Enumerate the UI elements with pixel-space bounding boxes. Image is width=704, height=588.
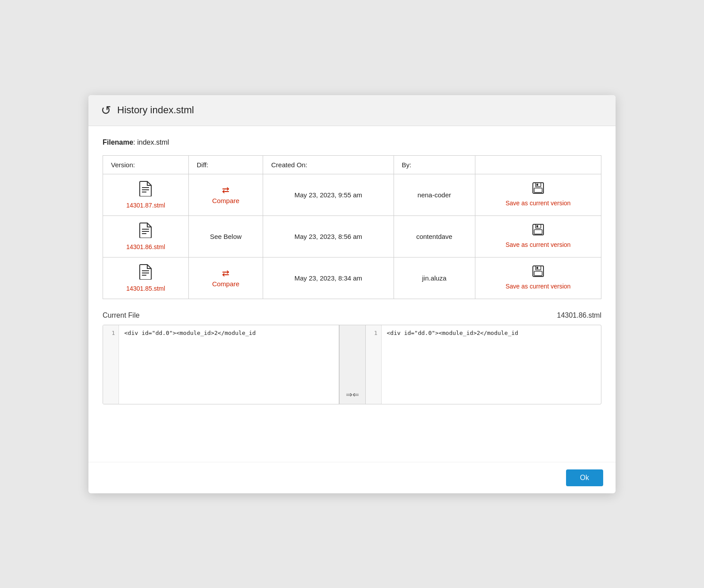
version-link-1[interactable]: 14301.87.stml xyxy=(126,202,165,209)
diff-pane-right: 1 <div id="dd.0"><module_id>2</module_id xyxy=(366,325,601,404)
table-row: 14301.86.stml See Below May 23, 2023, 8:… xyxy=(103,215,601,257)
col-by: By: xyxy=(394,155,475,174)
by-cell-1: nena-coder xyxy=(394,174,475,215)
file-icon-3 xyxy=(111,264,180,283)
svg-rect-20 xyxy=(536,267,538,269)
see-below-text: See Below xyxy=(210,233,242,240)
table-row: 14301.87.stml ⇄ Compare May 23, 2023, 9:… xyxy=(103,174,601,215)
save-cell-3: Save as current version xyxy=(475,257,601,299)
by-cell-2: contentdave xyxy=(394,215,475,257)
filename-value: index.stml xyxy=(137,138,169,146)
current-file-name: 14301.86.stml xyxy=(557,311,601,319)
diff-pane-left: 1 <div id="dd.0"><module_id>2</module_id xyxy=(103,325,339,404)
history-table: Version: Diff: Created On: By: xyxy=(103,155,601,299)
version-cell-3: 14301.85.stml xyxy=(103,257,189,299)
diff-cell-1: ⇄ Compare xyxy=(188,174,263,215)
svg-rect-6 xyxy=(536,184,538,186)
history-icon: ↺ xyxy=(101,103,111,118)
diff-merge-icon: ⇒⇐ xyxy=(346,390,359,400)
svg-rect-5 xyxy=(534,188,542,192)
by-cell-3: jin.aluza xyxy=(394,257,475,299)
dialog-header: ↺ History index.stml xyxy=(88,95,616,126)
version-link-2[interactable]: 14301.86.stml xyxy=(126,243,165,250)
version-link-3[interactable]: 14301.85.stml xyxy=(126,285,165,292)
created-cell-2: May 23, 2023, 8:56 am xyxy=(263,215,394,257)
compare-arrows-icon-3: ⇄ xyxy=(197,268,255,278)
svg-rect-19 xyxy=(534,271,542,276)
svg-rect-12 xyxy=(534,230,542,234)
line-number-left: 1 xyxy=(103,325,119,404)
save-cell-2: Save as current version xyxy=(475,215,601,257)
created-cell-1: May 23, 2023, 9:55 am xyxy=(263,174,394,215)
dialog-title: History index.stml xyxy=(117,104,194,116)
diff-code-left: <div id="dd.0"><module_id>2</module_id xyxy=(119,325,339,404)
ok-button[interactable]: Ok xyxy=(566,469,603,486)
created-cell-3: May 23, 2023, 8:34 am xyxy=(263,257,394,299)
dialog-body: Filename: index.stml Version: Diff: Crea… xyxy=(88,126,616,462)
save-icon-1 xyxy=(483,182,593,197)
compare-arrows-icon-1: ⇄ xyxy=(197,184,255,195)
col-diff: Diff: xyxy=(188,155,263,174)
diff-separator: ⇒⇐ xyxy=(339,325,366,404)
version-cell-1: 14301.87.stml xyxy=(103,174,189,215)
diff-viewer: 1 <div id="dd.0"><module_id>2</module_id… xyxy=(103,325,601,404)
history-dialog: ↺ History index.stml Filename: index.stm… xyxy=(88,95,616,493)
col-action xyxy=(475,155,601,174)
diff-code-right: <div id="dd.0"><module_id>2</module_id xyxy=(382,325,601,404)
dialog-footer: Ok xyxy=(88,462,616,493)
diff-cell-2: See Below xyxy=(188,215,263,257)
diff-cell-3: ⇄ Compare xyxy=(188,257,263,299)
version-cell-2: 14301.86.stml xyxy=(103,215,189,257)
save-icon-2 xyxy=(483,223,593,239)
current-file-label: Current File xyxy=(103,311,140,319)
filename-key: Filename xyxy=(103,138,133,146)
file-icon-2 xyxy=(111,222,180,241)
filename-label: Filename: index.stml xyxy=(103,138,601,146)
save-as-current-button-1[interactable]: Save as current version xyxy=(505,199,570,207)
compare-link-3[interactable]: Compare xyxy=(212,280,240,288)
col-version: Version: xyxy=(103,155,189,174)
col-created-on: Created On: xyxy=(263,155,394,174)
table-header-row: Version: Diff: Created On: By: xyxy=(103,155,601,174)
current-file-bar: Current File 14301.86.stml xyxy=(103,311,601,319)
save-as-current-button-3[interactable]: Save as current version xyxy=(505,282,570,290)
line-number-right: 1 xyxy=(366,325,382,404)
svg-rect-13 xyxy=(536,225,538,227)
table-row: 14301.85.stml ⇄ Compare May 23, 2023, 8:… xyxy=(103,257,601,299)
compare-link-1[interactable]: Compare xyxy=(212,197,240,204)
save-as-current-button-2[interactable]: Save as current version xyxy=(505,241,570,249)
save-icon-3 xyxy=(483,265,593,281)
save-cell-1: Save as current version xyxy=(475,174,601,215)
file-icon-1 xyxy=(111,181,180,200)
